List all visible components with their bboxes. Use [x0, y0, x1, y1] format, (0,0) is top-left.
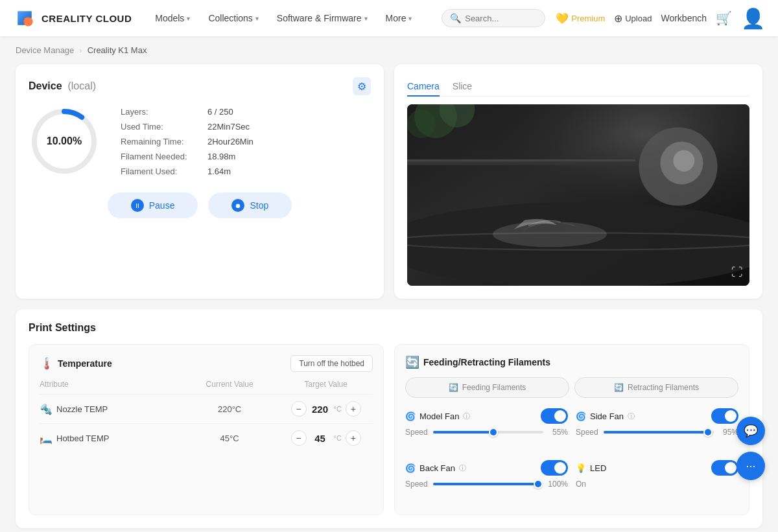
model-fan-section: 🌀 Model Fan ⓘ Speed — [405, 408, 568, 445]
control-buttons: ⏸ Pause ⏺ Stop — [29, 192, 371, 218]
back-fan-slider-thumb[interactable] — [534, 480, 543, 489]
camera-card: Camera Slice — [394, 64, 762, 299]
device-card: Device (local) ⚙ 10.00% Layers: 6 / 250 — [16, 64, 384, 299]
side-fan-help-icon[interactable]: ⓘ — [628, 411, 635, 421]
nozzle-temp-attr: 🔩 Nozzle TEMP — [40, 403, 180, 415]
side-fan-speed-value: 95% — [719, 428, 738, 437]
feed-retract-buttons: 🔄 Feeding Filaments 🔄 Retracting Filamen… — [405, 377, 738, 398]
fullscreen-button[interactable]: ⛶ — [731, 266, 743, 279]
creality-logo-icon — [13, 6, 36, 30]
side-fan-label: 🌀 Side Fan ⓘ — [576, 411, 635, 421]
side-fan-toggle[interactable] — [711, 408, 738, 424]
premium-badge[interactable]: 💛 Premium — [556, 12, 605, 25]
led-label-title: 💡 LED — [576, 463, 606, 473]
nav-models[interactable]: Models ▾ — [147, 9, 198, 27]
search-input[interactable] — [465, 14, 537, 23]
back-fan-help-icon[interactable]: ⓘ — [459, 463, 466, 473]
cart-icon[interactable]: 🛒 — [716, 10, 732, 26]
hotbed-decrease-button[interactable]: − — [291, 430, 307, 446]
search-box[interactable]: 🔍 — [442, 9, 545, 27]
nav-collections[interactable]: Collections ▾ — [200, 9, 266, 27]
hotbed-current-value: 45°C — [183, 434, 277, 443]
model-fan-slider-fill — [433, 431, 494, 434]
back-fan-slider-fill — [433, 483, 543, 485]
side-fan-section: 🌀 Side Fan ⓘ Speed — [576, 408, 738, 445]
hotbed-temp-row: 🛏️ Hotbed TEMP 45°C − 45 °C + — [40, 423, 373, 452]
chevron-down-icon: ▾ — [255, 15, 259, 22]
side-fan-speed-row: Speed 95% — [576, 428, 738, 437]
model-fan-toggle[interactable] — [541, 408, 568, 424]
back-fan-slider-track[interactable] — [433, 483, 543, 485]
filament-needed-row: Filament Needed: 18.98m — [121, 152, 253, 161]
svg-point-0 — [23, 17, 32, 26]
breadcrumb-separator: › — [79, 45, 82, 55]
side-fan-slider-track[interactable] — [604, 431, 714, 434]
nozzle-temp-row: 🔩 Nozzle TEMP 220°C − 220 °C + — [40, 394, 373, 423]
camera-image — [407, 104, 749, 286]
model-fan-label: 🌀 Model Fan ⓘ — [405, 411, 470, 421]
settings-gear-button[interactable]: ⚙ — [353, 77, 371, 95]
back-fan-toggle[interactable] — [541, 460, 568, 476]
hotbed-temp-attr: 🛏️ Hotbed TEMP — [40, 432, 180, 445]
led-section: 💡 LED On — [576, 460, 738, 496]
side-fan-row: 🌀 Side Fan ⓘ — [576, 408, 738, 424]
nav-more[interactable]: More ▾ — [378, 9, 420, 27]
hotbed-target-control: − 45 °C + — [279, 430, 373, 446]
temperature-column-headers: Attribute Current Value Target Value — [40, 380, 373, 389]
nav-software[interactable]: Software & Firmware ▾ — [269, 9, 375, 27]
layers-row: Layers: 6 / 250 — [121, 107, 253, 117]
upload-button[interactable]: ⊕ Upload — [614, 12, 652, 25]
back-fan-row: 🌀 Back Fan ⓘ — [405, 460, 568, 476]
fan-icon: 🌀 — [405, 411, 416, 421]
turn-off-hotbed-button[interactable]: Turn off the hotbed — [290, 355, 373, 372]
avatar[interactable]: 👤 — [741, 7, 765, 30]
back-fan-icon: 🌀 — [405, 463, 416, 473]
nozzle-increase-button[interactable]: + — [346, 401, 361, 417]
svg-point-15 — [407, 110, 436, 138]
retracting-filaments-button[interactable]: 🔄 Retracting Filaments — [574, 377, 738, 398]
logo[interactable]: CREALITY CLOUD — [13, 6, 132, 30]
nozzle-decrease-button[interactable]: − — [291, 401, 307, 417]
feeding-filaments-button[interactable]: 🔄 Feeding Filaments — [405, 377, 569, 398]
model-fan-slider-thumb[interactable] — [489, 428, 498, 437]
print-settings-grid: 🌡️ Temperature Turn off the hotbed Attri… — [29, 344, 749, 515]
workbench-link[interactable]: Workbench — [661, 13, 707, 23]
svg-point-9 — [673, 150, 694, 172]
hotbed-icon: 🛏️ — [40, 432, 53, 445]
premium-icon: 💛 — [556, 12, 569, 25]
chat-fab-dots-button[interactable]: ··· — [737, 452, 765, 480]
model-fan-row: 🌀 Model Fan ⓘ — [405, 408, 568, 424]
model-fan-help-icon[interactable]: ⓘ — [463, 411, 470, 421]
fans-grid: 🌀 Model Fan ⓘ Speed — [405, 408, 738, 504]
logo-text: CREALITY CLOUD — [41, 13, 132, 24]
temperature-panel: 🌡️ Temperature Turn off the hotbed Attri… — [29, 344, 384, 515]
chat-fab-container: 💬 ··· — [737, 417, 765, 480]
feeding-icon-btn: 🔄 — [449, 383, 458, 392]
nozzle-unit: °C — [334, 405, 342, 413]
chevron-down-icon: ▾ — [187, 15, 190, 22]
breadcrumb-parent[interactable]: Device Manage — [16, 45, 74, 55]
print-info: Layers: 6 / 250 Used Time: 22Min7Sec Rem… — [121, 107, 253, 176]
breadcrumb-current: Creality K1 Max — [88, 45, 147, 55]
tab-slice[interactable]: Slice — [453, 77, 472, 97]
nozzle-target-control: − 220 °C + — [279, 401, 373, 417]
pause-button[interactable]: ⏸ Pause — [108, 192, 198, 218]
model-fan-slider-track[interactable] — [433, 431, 543, 434]
device-body: 10.00% Layers: 6 / 250 Used Time: 22Min7… — [29, 106, 371, 177]
led-toggle[interactable] — [711, 460, 738, 476]
temperature-title: 🌡️ Temperature — [40, 356, 112, 371]
nav-actions: 💛 Premium ⊕ Upload Workbench 🛒 👤 — [556, 7, 765, 30]
used-time-row: Used Time: 22Min7Sec — [121, 122, 253, 132]
chat-fab-message-button[interactable]: 💬 — [737, 417, 765, 445]
camera-tabs: Camera Slice — [407, 77, 749, 97]
back-fan-speed-row: Speed 100% — [405, 480, 568, 489]
pause-icon: ⏸ — [131, 199, 144, 212]
hotbed-increase-button[interactable]: + — [346, 430, 361, 446]
stop-button[interactable]: ⏺ Stop — [208, 192, 292, 218]
back-fan-speed-value: 100% — [548, 480, 568, 489]
breadcrumb: Device Manage › Creality K1 Max — [0, 36, 778, 64]
side-fan-slider-thumb[interactable] — [703, 428, 713, 437]
tab-camera[interactable]: Camera — [407, 77, 440, 97]
feeding-title: 🔄 Feeding/Retracting Filaments — [405, 355, 550, 369]
camera-feed: ⛶ — [407, 104, 749, 286]
